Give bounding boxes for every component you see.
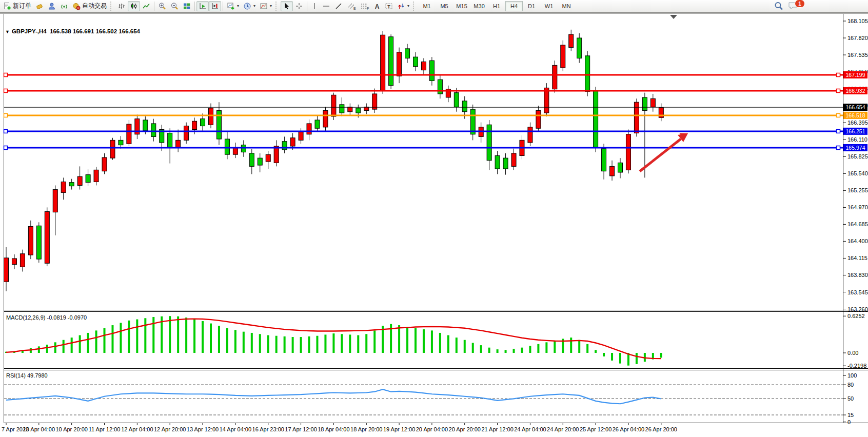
timeframe-h4[interactable]: H4 [505, 1, 523, 11]
candle[interactable] [28, 221, 33, 259]
candle[interactable] [315, 115, 320, 132]
candle[interactable] [258, 153, 262, 172]
timeframe-m1[interactable]: M1 [418, 1, 436, 11]
candle[interactable] [168, 128, 172, 163]
horizontal-line-166.932[interactable] [4, 89, 843, 92]
line-handle[interactable] [4, 129, 8, 133]
horizontal-line-tool-button[interactable] [320, 1, 332, 11]
line-chart-mode-button[interactable] [140, 1, 152, 11]
candle[interactable] [110, 138, 115, 160]
candle[interactable] [184, 123, 189, 144]
line-handle[interactable] [837, 113, 840, 117]
timeframe-w1[interactable]: W1 [540, 1, 558, 11]
candle[interactable] [45, 207, 49, 266]
cursor-tool-button[interactable] [281, 1, 293, 11]
timeframe-mn[interactable]: MN [558, 1, 575, 11]
line-handle[interactable] [837, 146, 840, 149]
candle[interactable] [446, 86, 450, 102]
candle[interactable] [225, 131, 229, 159]
candle[interactable] [495, 151, 500, 174]
candle[interactable] [438, 75, 442, 98]
timeframe-h1[interactable]: H1 [488, 1, 505, 11]
candle[interactable] [233, 143, 238, 158]
candle[interactable] [282, 136, 287, 153]
candle[interactable] [487, 120, 491, 170]
candle[interactable] [528, 123, 532, 146]
candle[interactable] [585, 51, 590, 96]
candle[interactable] [176, 130, 181, 152]
price-axis[interactable]: 168.105167.820167.535167.250166.965166.6… [843, 18, 868, 312]
candle[interactable] [511, 149, 516, 170]
candle[interactable] [561, 41, 565, 71]
candle[interactable] [429, 57, 434, 86]
candle[interactable] [86, 169, 90, 186]
timeframe-m5[interactable]: M5 [436, 1, 453, 11]
bar-chart-mode-button[interactable] [115, 1, 128, 11]
candle[interactable] [397, 48, 402, 84]
candle[interactable] [151, 119, 156, 142]
horizontal-line-165.974[interactable] [4, 146, 843, 149]
candle[interactable] [12, 254, 16, 269]
candle[interactable] [77, 166, 82, 189]
candle[interactable] [594, 87, 598, 152]
candle[interactable] [94, 167, 98, 186]
crosshair-tool-button[interactable] [293, 1, 305, 11]
chart-shift-button[interactable] [209, 1, 221, 11]
candle[interactable] [20, 250, 25, 272]
candle[interactable] [241, 140, 246, 156]
candle[interactable] [127, 120, 131, 146]
line-handle[interactable] [4, 146, 8, 149]
line-handle[interactable] [4, 113, 8, 117]
candle[interactable] [364, 104, 369, 114]
candle[interactable] [536, 106, 541, 132]
candle[interactable] [381, 31, 385, 94]
candle[interactable] [53, 185, 57, 235]
candle[interactable] [323, 107, 328, 130]
candle[interactable] [479, 123, 483, 143]
candle[interactable] [61, 177, 66, 200]
market-watch-button[interactable] [46, 1, 58, 11]
candle[interactable] [421, 58, 426, 74]
candle[interactable] [274, 140, 279, 166]
horizontal-line-167.199[interactable] [4, 73, 843, 77]
vertical-line-tool-button[interactable] [309, 1, 320, 11]
candle[interactable] [577, 33, 582, 63]
candle[interactable] [340, 97, 344, 116]
line-handle[interactable] [837, 129, 840, 133]
candle[interactable] [348, 104, 352, 115]
channel-tool-button[interactable]: E [345, 1, 358, 11]
zoom-in-button[interactable] [156, 1, 168, 11]
trendline-tool-button[interactable] [332, 1, 345, 11]
profiles-button[interactable] [33, 1, 46, 11]
candle[interactable] [372, 89, 377, 113]
arrows-tool-button[interactable]: ▾ [395, 1, 411, 11]
candle[interactable] [389, 34, 393, 89]
line-handle[interactable] [837, 89, 840, 92]
timeframe-m15[interactable]: M15 [453, 1, 470, 11]
arrow-annotation[interactable] [640, 133, 688, 172]
candle[interactable] [553, 61, 557, 93]
candle[interactable] [503, 153, 508, 175]
search-icon[interactable] [774, 1, 784, 11]
symbol-dropdown-icon[interactable]: ▼ [5, 29, 10, 34]
candle[interactable] [36, 222, 41, 263]
candle[interactable] [266, 151, 270, 169]
periods-button[interactable]: ▾ [241, 1, 258, 11]
candle[interactable] [569, 30, 574, 51]
new-chart-button[interactable]: ▾ [225, 1, 241, 11]
horizontal-line-166.518[interactable] [4, 113, 843, 117]
line-handle[interactable] [837, 73, 840, 77]
tile-windows-button[interactable] [181, 1, 193, 11]
new-order-button[interactable]: 新订单 [1, 1, 33, 11]
candle[interactable] [618, 158, 623, 178]
candle[interactable] [610, 161, 615, 181]
chart-canvas[interactable]: 168.105167.820167.535167.250166.965166.6… [0, 13, 868, 437]
candle[interactable] [102, 153, 107, 174]
timeframe-d1[interactable]: D1 [523, 1, 540, 11]
candle[interactable] [249, 149, 254, 174]
auto-trading-button[interactable]: 自动交易 [70, 1, 109, 11]
fibonacci-tool-button[interactable]: F [358, 1, 371, 11]
candle[interactable] [119, 136, 123, 148]
candle[interactable] [405, 44, 410, 63]
line-handle[interactable] [4, 73, 8, 77]
